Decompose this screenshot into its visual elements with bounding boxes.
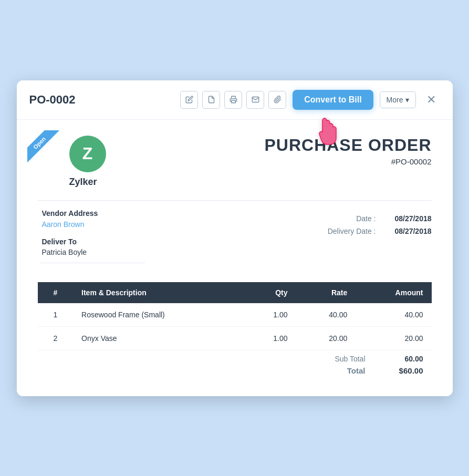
status-ribbon: Open xyxy=(27,130,69,172)
modal-title: PO-0002 xyxy=(29,93,174,107)
total-value: $60.00 xyxy=(387,366,423,375)
table-row: 1 Rosewood Frame (Small) 1.00 40.00 40.0… xyxy=(38,303,432,327)
header-icons xyxy=(180,91,286,109)
address-and-deliver: Vendor Address Aaron Brown Deliver To Pa… xyxy=(40,209,145,272)
company-name: Zylker xyxy=(69,177,97,188)
modal-container: PO-0002 Convert to Bill More ▾ ✕ xyxy=(17,80,453,396)
delivery-date-row: Delivery Date : 08/27/2018 xyxy=(318,227,432,235)
modal-header: PO-0002 Convert to Bill More ▾ ✕ xyxy=(17,80,453,120)
subtotal-row: Sub Total 60.00 xyxy=(324,355,423,363)
row-rate: 20.00 xyxy=(296,326,356,350)
col-num: # xyxy=(38,282,74,303)
deliver-to-name: Patricia Boyle xyxy=(42,248,145,256)
items-table-section: # Item & Description Qty Rate Amount 1 R… xyxy=(38,282,432,375)
subtotal-label: Sub Total xyxy=(324,355,366,363)
date-row: Date : 08/27/2018 xyxy=(318,214,432,223)
edit-button[interactable] xyxy=(180,91,198,109)
email-button[interactable] xyxy=(246,91,264,109)
vendor-address-left: Vendor Address Aaron Brown xyxy=(42,209,145,229)
total-row: Total $60.00 xyxy=(324,366,423,375)
total-label: Total xyxy=(324,366,366,375)
row-qty: 1.00 xyxy=(243,303,296,327)
col-qty: Qty xyxy=(243,282,296,303)
doc-title-area: PURCHASE ORDER #PO-00002 xyxy=(264,136,431,166)
divider-address xyxy=(40,263,145,263)
delivery-date-value: 08/27/2018 xyxy=(384,227,432,235)
more-button[interactable]: More ▾ xyxy=(380,91,416,108)
info-row: Vendor Address Aaron Brown Deliver To Pa… xyxy=(38,209,432,272)
convert-to-bill-button[interactable]: Convert to Bill xyxy=(293,90,373,110)
vendor-address-label: Vendor Address xyxy=(42,209,145,218)
col-desc: Item & Description xyxy=(73,282,243,303)
pdf-button[interactable] xyxy=(202,91,220,109)
divider-1 xyxy=(38,200,432,201)
table-header-row: # Item & Description Qty Rate Amount xyxy=(38,282,432,303)
row-amount: 40.00 xyxy=(356,303,431,327)
deliver-to-label: Deliver To xyxy=(42,237,145,246)
row-amount: 20.00 xyxy=(356,326,431,350)
company-logo: Z Zylker xyxy=(69,136,106,188)
document-title: PURCHASE ORDER xyxy=(264,136,431,155)
row-num: 1 xyxy=(38,303,74,327)
date-label: Date : xyxy=(318,214,376,223)
print-button[interactable] xyxy=(224,91,242,109)
delivery-date-label: Delivery Date : xyxy=(318,227,376,235)
doc-header: Z Zylker PURCHASE ORDER #PO-00002 xyxy=(38,136,432,188)
document-area: Open Z Zylker PURCHASE ORDER #PO-00002 V… xyxy=(17,120,453,396)
col-rate: Rate xyxy=(296,282,356,303)
attach-button[interactable] xyxy=(268,91,286,109)
subtotal-value: 60.00 xyxy=(387,355,423,363)
vendor-address-section: Vendor Address Aaron Brown xyxy=(40,209,145,229)
date-value: 08/27/2018 xyxy=(384,214,432,223)
svg-rect-0 xyxy=(232,100,236,103)
ribbon-label: Open xyxy=(27,130,60,163)
row-qty: 1.00 xyxy=(243,326,296,350)
totals-section: Sub Total 60.00 Total $60.00 xyxy=(38,355,432,375)
document-number: #PO-00002 xyxy=(264,157,431,166)
chevron-down-icon: ▾ xyxy=(405,96,409,104)
dates-section: Date : 08/27/2018 Delivery Date : 08/27/… xyxy=(318,214,432,272)
row-num: 2 xyxy=(38,326,74,350)
row-desc: Rosewood Frame (Small) xyxy=(73,303,243,327)
close-button[interactable]: ✕ xyxy=(422,91,440,109)
vendor-name-link[interactable]: Aaron Brown xyxy=(42,220,85,229)
row-rate: 40.00 xyxy=(296,303,356,327)
row-desc: Onyx Vase xyxy=(73,326,243,350)
company-initial: Z xyxy=(69,136,106,172)
deliver-section: Deliver To Patricia Boyle xyxy=(40,237,145,256)
table-row: 2 Onyx Vase 1.00 20.00 20.00 xyxy=(38,326,432,350)
col-amount: Amount xyxy=(356,282,431,303)
items-table: # Item & Description Qty Rate Amount 1 R… xyxy=(38,282,432,350)
